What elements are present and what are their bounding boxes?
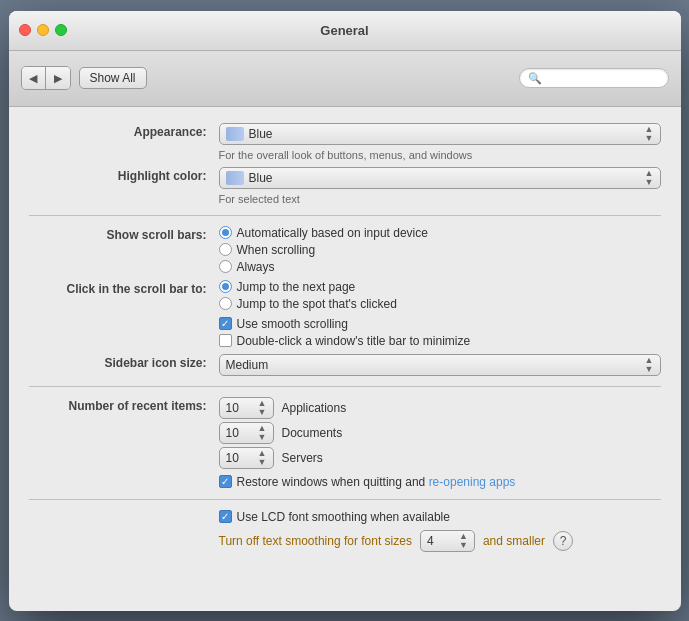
- recent-servers-select[interactable]: 10 ▲▼: [219, 447, 274, 469]
- text-smoothing-content: Turn off text smoothing for font sizes 4…: [219, 530, 661, 552]
- recent-apps-arrow-icon: ▲▼: [258, 399, 267, 415]
- lcd-font-content: Use LCD font smoothing when available: [219, 510, 661, 524]
- sidebar-icon-size-arrow-icon: ▲▼: [645, 356, 654, 372]
- sidebar-icon-size-select[interactable]: Medium ▲▼: [219, 354, 661, 376]
- recent-items-row: Number of recent items: 10 ▲▼ Applicatio…: [29, 397, 661, 469]
- double-click-title-checkbox[interactable]: [219, 334, 232, 347]
- recent-items-label: Number of recent items:: [29, 397, 219, 413]
- restore-windows-checkbox[interactable]: [219, 475, 232, 488]
- scroll-bars-auto-label: Automatically based on input device: [237, 226, 428, 240]
- show-all-button[interactable]: Show All: [79, 67, 147, 89]
- show-scroll-bars-content: Automatically based on input device When…: [219, 226, 661, 274]
- lcd-font-checkbox-row[interactable]: Use LCD font smoothing when available: [219, 510, 661, 524]
- recent-apps-select[interactable]: 10 ▲▼: [219, 397, 274, 419]
- appearance-select[interactable]: Blue ▲▼: [219, 123, 661, 145]
- recent-apps-label: Applications: [282, 401, 347, 415]
- restore-windows-checkbox-row[interactable]: Restore windows when quitting and re-ope…: [219, 475, 661, 489]
- appearance-arrow-icon: ▲▼: [645, 125, 654, 141]
- sidebar-icon-size-value: Medium: [226, 358, 645, 372]
- appearance-label: Appearance:: [29, 123, 219, 139]
- double-click-title-checkbox-row[interactable]: Double-click a window's title bar to min…: [219, 334, 661, 348]
- sidebar-icon-size-label: Sidebar icon size:: [29, 354, 219, 370]
- appearance-content: Blue ▲▼ For the overall look of buttons,…: [219, 123, 661, 161]
- appearance-row: Appearance: Blue ▲▼ For the overall look…: [29, 123, 661, 161]
- search-input[interactable]: [546, 71, 666, 85]
- recent-servers-label: Servers: [282, 451, 323, 465]
- text-smoothing-select[interactable]: 4 ▲▼: [420, 530, 475, 552]
- lcd-font-label: Use LCD font smoothing when available: [237, 510, 450, 524]
- recent-apps-row: 10 ▲▼ Applications: [219, 397, 661, 419]
- restore-windows-label: Restore windows when quitting and re-ope…: [237, 475, 516, 489]
- restore-windows-row: Restore windows when quitting and re-ope…: [29, 475, 661, 489]
- text-smoothing-prefix: Turn off text smoothing for font sizes: [219, 534, 412, 548]
- scroll-bars-section: Show scroll bars: Automatically based on…: [9, 226, 681, 376]
- scroll-bars-always-label: Always: [237, 260, 275, 274]
- text-smoothing-suffix: and smaller: [483, 534, 545, 548]
- restore-windows-spacer: [29, 475, 219, 477]
- restore-windows-link[interactable]: re-opening apps: [429, 475, 516, 489]
- titlebar: General: [9, 11, 681, 51]
- settings-content: Appearance: Blue ▲▼ For the overall look…: [9, 107, 681, 611]
- divider-3: [29, 499, 661, 500]
- recent-apps-value: 10: [226, 401, 258, 415]
- scroll-bars-auto-radio[interactable]: [219, 226, 232, 239]
- text-smoothing-row: Turn off text smoothing for font sizes 4…: [29, 530, 661, 552]
- toolbar: ◀ ▶ Show All 🔍: [9, 51, 681, 107]
- scroll-bars-always-radio[interactable]: [219, 260, 232, 273]
- highlight-color-swatch: [226, 171, 244, 185]
- text-smoothing-bottom-row: Turn off text smoothing for font sizes 4…: [219, 530, 661, 552]
- nav-forward-button[interactable]: ▶: [46, 67, 70, 89]
- double-click-title-label: Double-click a window's title bar to min…: [237, 334, 471, 348]
- lcd-font-spacer: [29, 510, 219, 512]
- show-scroll-bars-row: Show scroll bars: Automatically based on…: [29, 226, 661, 274]
- smooth-scrolling-checkbox[interactable]: [219, 317, 232, 330]
- recent-docs-value: 10: [226, 426, 258, 440]
- recent-servers-arrow-icon: ▲▼: [258, 449, 267, 465]
- sidebar-icon-size-row: Sidebar icon size: Medium ▲▼: [29, 354, 661, 376]
- smooth-scrolling-checkbox-row[interactable]: Use smooth scrolling: [219, 317, 661, 331]
- show-scroll-bars-label: Show scroll bars:: [29, 226, 219, 242]
- recent-docs-arrow-icon: ▲▼: [258, 424, 267, 440]
- recent-docs-select[interactable]: 10 ▲▼: [219, 422, 274, 444]
- highlight-color-select[interactable]: Blue ▲▼: [219, 167, 661, 189]
- recent-items-content: 10 ▲▼ Applications 10 ▲▼ Documents: [219, 397, 661, 469]
- appearance-color-swatch: [226, 127, 244, 141]
- appearance-section: Appearance: Blue ▲▼ For the overall look…: [9, 123, 681, 205]
- recent-items-section: Number of recent items: 10 ▲▼ Applicatio…: [9, 397, 681, 489]
- scroll-bars-auto-row[interactable]: Automatically based on input device: [219, 226, 661, 240]
- click-scroll-spot-row[interactable]: Jump to the spot that's clicked: [219, 297, 661, 311]
- divider-2: [29, 386, 661, 387]
- recent-servers-value: 10: [226, 451, 258, 465]
- scroll-bars-scrolling-row[interactable]: When scrolling: [219, 243, 661, 257]
- lcd-font-row: Use LCD font smoothing when available: [29, 510, 661, 524]
- nav-back-button[interactable]: ◀: [22, 67, 46, 89]
- highlight-color-content: Blue ▲▼ For selected text: [219, 167, 661, 205]
- text-smoothing-value: 4: [427, 534, 459, 548]
- appearance-hint: For the overall look of buttons, menus, …: [219, 149, 661, 161]
- scroll-bars-scrolling-radio[interactable]: [219, 243, 232, 256]
- smooth-scrolling-content: Use smooth scrolling Double-click a wind…: [219, 317, 661, 348]
- highlight-color-arrow-icon: ▲▼: [645, 169, 654, 185]
- nav-buttons: ◀ ▶: [21, 66, 71, 90]
- highlight-color-hint: For selected text: [219, 193, 661, 205]
- click-scroll-next-row[interactable]: Jump to the next page: [219, 280, 661, 294]
- click-scroll-spot-radio[interactable]: [219, 297, 232, 310]
- highlight-color-label: Highlight color:: [29, 167, 219, 183]
- font-smoothing-section: Use LCD font smoothing when available Tu…: [9, 510, 681, 552]
- recent-servers-row: 10 ▲▼ Servers: [219, 447, 661, 469]
- system-preferences-window: General ◀ ▶ Show All 🔍 Appearance: Blue …: [9, 11, 681, 611]
- help-button[interactable]: ?: [553, 531, 573, 551]
- maximize-button[interactable]: [55, 24, 67, 36]
- click-scroll-spot-label: Jump to the spot that's clicked: [237, 297, 397, 311]
- lcd-font-checkbox[interactable]: [219, 510, 232, 523]
- smooth-scrolling-label-spacer: [29, 317, 219, 319]
- minimize-button[interactable]: [37, 24, 49, 36]
- smooth-scrolling-label: Use smooth scrolling: [237, 317, 348, 331]
- search-box[interactable]: 🔍: [519, 68, 669, 88]
- scroll-bars-always-row[interactable]: Always: [219, 260, 661, 274]
- click-scroll-next-radio[interactable]: [219, 280, 232, 293]
- close-button[interactable]: [19, 24, 31, 36]
- window-title: General: [320, 23, 368, 38]
- text-smoothing-spacer: [29, 530, 219, 532]
- recent-docs-row: 10 ▲▼ Documents: [219, 422, 661, 444]
